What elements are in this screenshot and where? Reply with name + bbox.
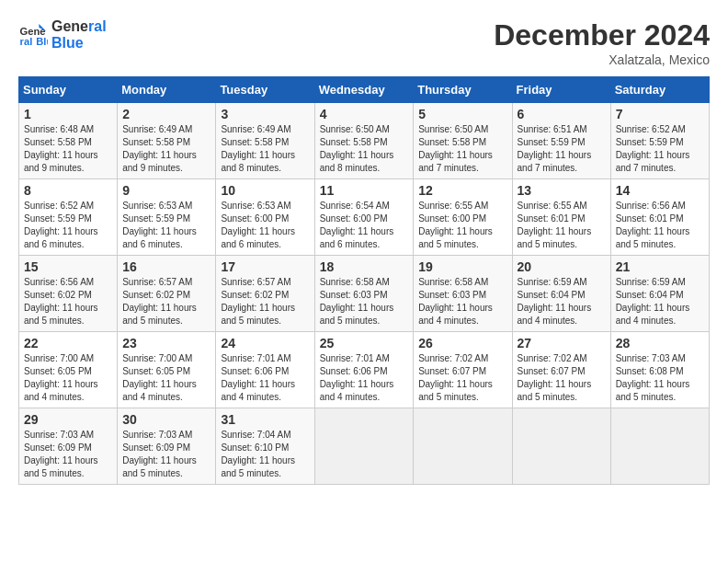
- col-tuesday: Tuesday: [216, 77, 314, 103]
- table-row: 20Sunrise: 6:59 AMSunset: 6:04 PMDayligh…: [512, 256, 610, 332]
- table-row: 17Sunrise: 6:57 AMSunset: 6:02 PMDayligh…: [216, 256, 314, 332]
- day-info: Sunrise: 6:59 AMSunset: 6:04 PMDaylight:…: [616, 276, 704, 327]
- table-row: 7Sunrise: 6:52 AMSunset: 5:59 PMDaylight…: [610, 103, 709, 179]
- day-info: Sunrise: 7:01 AMSunset: 6:06 PMDaylight:…: [320, 352, 409, 404]
- day-info: Sunrise: 6:48 AMSunset: 5:58 PMDaylight:…: [24, 123, 112, 175]
- day-number: 8: [24, 183, 112, 198]
- day-info: Sunrise: 6:56 AMSunset: 6:02 PMDaylight:…: [24, 276, 112, 327]
- calendar-header-row: Sunday Monday Tuesday Wednesday Thursday…: [19, 77, 710, 103]
- day-info: Sunrise: 6:56 AMSunset: 6:01 PMDaylight:…: [616, 200, 704, 251]
- day-info: Sunrise: 6:54 AMSunset: 6:00 PMDaylight:…: [320, 200, 409, 251]
- day-info: Sunrise: 6:57 AMSunset: 6:02 PMDaylight:…: [122, 276, 210, 327]
- day-number: 6: [518, 107, 606, 121]
- day-number: 10: [221, 183, 309, 198]
- col-wednesday: Wednesday: [314, 77, 414, 103]
- table-row: 6Sunrise: 6:51 AMSunset: 5:59 PMDaylight…: [512, 103, 610, 179]
- calendar-week-row: 22Sunrise: 7:00 AMSunset: 6:05 PMDayligh…: [19, 332, 710, 408]
- location: Xalatzala, Mexico: [494, 52, 710, 67]
- day-info: Sunrise: 6:50 AMSunset: 5:58 PMDaylight:…: [418, 123, 506, 175]
- day-number: 7: [616, 107, 704, 121]
- day-number: 24: [221, 336, 309, 350]
- table-row: 28Sunrise: 7:03 AMSunset: 6:08 PMDayligh…: [610, 332, 709, 408]
- day-number: 19: [418, 259, 506, 274]
- svg-text:ral: ral: [20, 36, 33, 47]
- table-row: 3Sunrise: 6:49 AMSunset: 5:58 PMDaylight…: [216, 103, 314, 179]
- day-info: Sunrise: 6:52 AMSunset: 5:59 PMDaylight:…: [24, 200, 112, 251]
- table-row: 11Sunrise: 6:54 AMSunset: 6:00 PMDayligh…: [314, 179, 414, 256]
- logo-icon: Gene ral Blue: [18, 20, 48, 50]
- table-row: 16Sunrise: 6:57 AMSunset: 6:02 PMDayligh…: [118, 256, 216, 332]
- day-number: 25: [320, 336, 409, 350]
- table-row: 5Sunrise: 6:50 AMSunset: 5:58 PMDaylight…: [414, 103, 512, 179]
- col-monday: Monday: [118, 77, 216, 103]
- day-number: 29: [24, 412, 112, 427]
- day-info: Sunrise: 6:55 AMSunset: 6:00 PMDaylight:…: [418, 200, 506, 251]
- day-number: 31: [221, 412, 309, 427]
- month-title: December 2024: [494, 18, 710, 52]
- day-info: Sunrise: 6:49 AMSunset: 5:58 PMDaylight:…: [122, 123, 210, 175]
- day-number: 30: [122, 412, 210, 427]
- calendar-week-row: 1Sunrise: 6:48 AMSunset: 5:58 PMDaylight…: [19, 103, 710, 179]
- day-number: 27: [518, 336, 606, 350]
- day-info: Sunrise: 6:58 AMSunset: 6:03 PMDaylight:…: [320, 276, 409, 327]
- day-info: Sunrise: 7:04 AMSunset: 6:10 PMDaylight:…: [221, 429, 309, 480]
- day-number: 12: [418, 183, 506, 198]
- table-row: 18Sunrise: 6:58 AMSunset: 6:03 PMDayligh…: [314, 256, 414, 332]
- day-info: Sunrise: 7:00 AMSunset: 6:05 PMDaylight:…: [122, 352, 210, 404]
- title-area: December 2024 Xalatzala, Mexico: [494, 18, 710, 67]
- col-sunday: Sunday: [19, 77, 118, 103]
- day-info: Sunrise: 7:03 AMSunset: 6:09 PMDaylight:…: [24, 429, 112, 480]
- day-number: 5: [418, 107, 506, 121]
- col-friday: Friday: [512, 77, 610, 103]
- calendar-week-row: 15Sunrise: 6:56 AMSunset: 6:02 PMDayligh…: [19, 256, 710, 332]
- day-info: Sunrise: 6:55 AMSunset: 6:01 PMDaylight:…: [518, 200, 606, 251]
- logo-line2: Blue: [51, 35, 107, 52]
- day-info: Sunrise: 6:59 AMSunset: 6:04 PMDaylight:…: [518, 276, 606, 327]
- day-info: Sunrise: 6:53 AMSunset: 6:00 PMDaylight:…: [221, 200, 309, 251]
- calendar-week-row: 29Sunrise: 7:03 AMSunset: 6:09 PMDayligh…: [19, 408, 710, 485]
- table-row: 15Sunrise: 6:56 AMSunset: 6:02 PMDayligh…: [19, 256, 118, 332]
- table-row: [414, 408, 512, 485]
- day-info: Sunrise: 7:02 AMSunset: 6:07 PMDaylight:…: [418, 352, 506, 404]
- table-row: 29Sunrise: 7:03 AMSunset: 6:09 PMDayligh…: [19, 408, 118, 485]
- day-number: 28: [616, 336, 704, 350]
- table-row: 22Sunrise: 7:00 AMSunset: 6:05 PMDayligh…: [19, 332, 118, 408]
- day-info: Sunrise: 7:02 AMSunset: 6:07 PMDaylight:…: [518, 352, 606, 404]
- day-number: 16: [122, 259, 210, 274]
- day-number: 17: [221, 259, 309, 274]
- table-row: 4Sunrise: 6:50 AMSunset: 5:58 PMDaylight…: [314, 103, 414, 179]
- table-row: 31Sunrise: 7:04 AMSunset: 6:10 PMDayligh…: [216, 408, 314, 485]
- day-info: Sunrise: 6:58 AMSunset: 6:03 PMDaylight:…: [418, 276, 506, 327]
- day-info: Sunrise: 6:57 AMSunset: 6:02 PMDaylight:…: [221, 276, 309, 327]
- day-info: Sunrise: 6:53 AMSunset: 5:59 PMDaylight:…: [122, 200, 210, 251]
- table-row: [512, 408, 610, 485]
- calendar-week-row: 8Sunrise: 6:52 AMSunset: 5:59 PMDaylight…: [19, 179, 710, 256]
- day-info: Sunrise: 6:51 AMSunset: 5:59 PMDaylight:…: [518, 123, 606, 175]
- day-info: Sunrise: 6:52 AMSunset: 5:59 PMDaylight:…: [616, 123, 704, 175]
- table-row: [610, 408, 709, 485]
- table-row: 14Sunrise: 6:56 AMSunset: 6:01 PMDayligh…: [610, 179, 709, 256]
- table-row: 8Sunrise: 6:52 AMSunset: 5:59 PMDaylight…: [19, 179, 118, 256]
- day-number: 2: [122, 107, 210, 121]
- day-number: 21: [616, 259, 704, 274]
- table-row: 19Sunrise: 6:58 AMSunset: 6:03 PMDayligh…: [414, 256, 512, 332]
- table-row: 1Sunrise: 6:48 AMSunset: 5:58 PMDaylight…: [19, 103, 118, 179]
- col-saturday: Saturday: [610, 77, 709, 103]
- day-number: 20: [518, 259, 606, 274]
- day-number: 9: [122, 183, 210, 198]
- table-row: 27Sunrise: 7:02 AMSunset: 6:07 PMDayligh…: [512, 332, 610, 408]
- day-number: 11: [320, 183, 409, 198]
- day-info: Sunrise: 7:00 AMSunset: 6:05 PMDaylight:…: [24, 352, 112, 404]
- day-number: 3: [221, 107, 309, 121]
- day-info: Sunrise: 7:03 AMSunset: 6:09 PMDaylight:…: [122, 429, 210, 480]
- day-number: 22: [24, 336, 112, 350]
- page-header: Gene ral Blue General Blue December 2024…: [18, 18, 710, 67]
- table-row: 10Sunrise: 6:53 AMSunset: 6:00 PMDayligh…: [216, 179, 314, 256]
- table-row: 24Sunrise: 7:01 AMSunset: 6:06 PMDayligh…: [216, 332, 314, 408]
- day-info: Sunrise: 6:50 AMSunset: 5:58 PMDaylight:…: [320, 123, 409, 175]
- table-row: 26Sunrise: 7:02 AMSunset: 6:07 PMDayligh…: [414, 332, 512, 408]
- svg-text:Blue: Blue: [36, 36, 48, 47]
- table-row: 2Sunrise: 6:49 AMSunset: 5:58 PMDaylight…: [118, 103, 216, 179]
- day-info: Sunrise: 7:01 AMSunset: 6:06 PMDaylight:…: [221, 352, 309, 404]
- day-number: 14: [616, 183, 704, 198]
